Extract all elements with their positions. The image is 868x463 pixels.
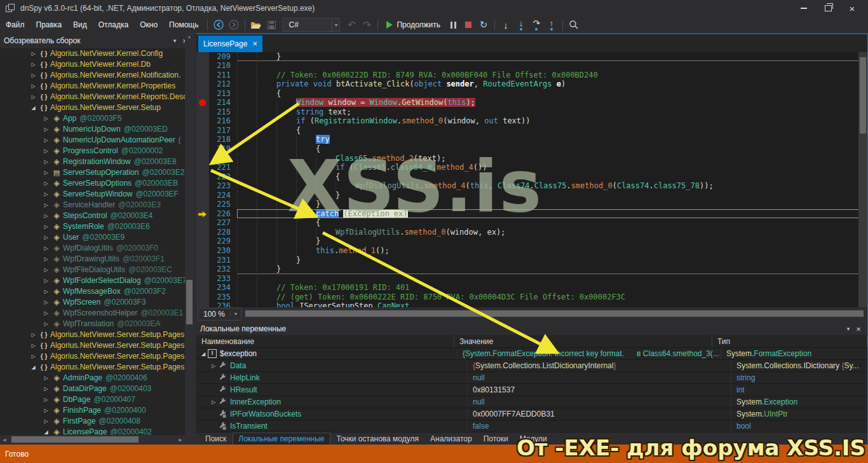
breakpoint-margin[interactable] [196, 79, 209, 89]
code-line[interactable]: 218try [196, 135, 867, 144]
tree-item[interactable]: ▷◈DbPage@02000407 [0, 394, 194, 405]
save-icon[interactable] [264, 18, 279, 32]
locals-column-2[interactable]: Тип [712, 335, 867, 347]
undo-icon[interactable]: ↶ [344, 18, 359, 32]
collapsed-icon[interactable]: ▷ [29, 48, 37, 59]
scroll-up-icon[interactable]: ▲ [185, 33, 194, 41]
collapsed-icon[interactable]: ▷ [42, 416, 50, 427]
tab-close-icon[interactable]: × [252, 39, 257, 48]
code-line[interactable]: 233 [196, 274, 867, 284]
tree-item[interactable]: ▷{ }Algorius.NetViewer.Kernel.Config [0, 48, 194, 59]
tree-item[interactable]: ◢{ }Algorius.NetViewer.Server.Setup [0, 102, 194, 113]
code-line[interactable]: 227{ [196, 218, 867, 228]
collapsed-icon[interactable]: ▷ [29, 351, 37, 362]
breakpoint-margin[interactable] [196, 191, 209, 200]
tree-item[interactable]: ▷◈AdminPage@02000406 [0, 373, 194, 384]
show-next-statement-icon[interactable]: ↓ [498, 18, 513, 32]
collapsed-icon[interactable]: ▷ [42, 394, 50, 405]
code-line[interactable]: 213{ [196, 89, 867, 99]
breakpoint-margin[interactable] [196, 228, 209, 237]
tree-item[interactable]: ◢◈LicensePage@02000402 [0, 427, 194, 435]
breakpoint-margin[interactable] [196, 181, 209, 191]
breakpoint-margin[interactable] [196, 265, 209, 274]
editor-vertical-scrollbar[interactable] [858, 52, 867, 308]
collapsed-icon[interactable]: ▷ [42, 124, 50, 135]
sidebar-vertical-scrollbar[interactable]: ▲ ▼ [185, 33, 194, 445]
breakpoint-margin[interactable] [196, 163, 209, 172]
zoom-select[interactable]: 100 % ▼ [198, 308, 241, 321]
breakpoint-margin[interactable] [196, 135, 209, 144]
chevron-down-icon[interactable]: ▼ [170, 38, 180, 44]
collapsed-icon[interactable]: ▷ [42, 405, 50, 416]
restart-icon[interactable]: ↻ [476, 18, 491, 32]
collapsed-icon[interactable]: ▷ [42, 319, 50, 329]
collapsed-icon[interactable]: ▷ [42, 200, 50, 211]
breakpoint-margin[interactable] [196, 274, 209, 284]
tree-item[interactable]: ▷{ }Algorius.NetViewer.Server.Setup.Page… [0, 340, 194, 351]
collapsed-icon[interactable]: ▷ [42, 384, 50, 394]
breakpoint-margin[interactable] [196, 144, 209, 154]
continue-button[interactable]: Продолжить [381, 20, 445, 29]
stop-icon[interactable] [461, 18, 476, 32]
collapsed-icon[interactable]: ▷ [42, 167, 50, 178]
bottom-tab-3[interactable]: Анализатор [425, 433, 477, 445]
tree-item[interactable]: ▷{ }Algorius.NetViewer.Kernel.Properties [0, 81, 194, 92]
code-line[interactable]: 216if (RegistrationWindow.smethod_0(wind… [196, 116, 867, 126]
breakpoint-margin[interactable] [196, 89, 209, 99]
breakpoint-margin[interactable] [196, 209, 209, 219]
tree-item[interactable]: ▷◈WpfTranslation@020003EA [0, 319, 194, 329]
menu-4[interactable]: Окно [134, 18, 163, 32]
close-panel-icon[interactable]: × [853, 324, 864, 334]
navigate-forward-icon[interactable] [226, 18, 241, 32]
open-file-icon[interactable] [248, 18, 264, 32]
step-into-icon[interactable]: ↓ [513, 18, 529, 32]
menu-1[interactable]: Правка [31, 18, 68, 32]
collapsed-icon[interactable]: ▷ [42, 275, 50, 286]
collapsed-icon[interactable]: ▷ [42, 286, 50, 297]
tree-item[interactable]: ▷{ }Algorius.NetViewer.Server.Setup.Page… [0, 329, 194, 340]
code-line[interactable]: 236bool IServerSetupStep.CanNext [196, 301, 867, 307]
tree-item[interactable]: ▷◈WpfFileDialogUtils@020003EC [0, 265, 194, 275]
tree-item[interactable]: ▷{ }Algorius.NetViewer.Kernel.Reports.De… [0, 92, 194, 102]
bottom-tab-1[interactable]: Локальные переменные [233, 432, 330, 445]
collapsed-icon[interactable]: ▷ [42, 211, 50, 221]
collapsed-icon[interactable]: ▷ [209, 399, 218, 405]
navigate-back-icon[interactable] [211, 18, 226, 32]
code-line[interactable]: 231} [196, 256, 867, 265]
tree-item[interactable]: ▷◈FirstPage@02000408 [0, 416, 194, 427]
tree-item[interactable]: ▷◈StepsControl@020003E4 [0, 211, 194, 221]
breakpoint-margin[interactable] [196, 126, 209, 135]
breakpoint-icon[interactable] [199, 99, 206, 106]
code-line[interactable]: 223WpfDialogUtils.smethod_4(this, Class7… [196, 181, 867, 191]
expanded-icon[interactable]: ◢ [42, 427, 50, 435]
collapsed-icon[interactable]: ▷ [42, 232, 50, 243]
search-icon[interactable] [566, 18, 581, 32]
tree-item[interactable]: ▷◈WpfScreenshotHelper@020003E1 [0, 308, 194, 319]
locals-row[interactable]: ◢!$exception{System.FormatException: Inc… [196, 348, 867, 360]
collapsed-icon[interactable]: ▷ [42, 243, 50, 254]
tree-item[interactable]: ▷◈RegistrationWindow@020003E8 [0, 156, 194, 167]
collapsed-icon[interactable]: ▷ [42, 178, 50, 189]
breakpoint-margin[interactable] [196, 71, 209, 80]
collapsed-icon[interactable]: ▷ [42, 254, 50, 265]
editor-horizontal-scrollbar[interactable] [243, 309, 866, 319]
tree-item[interactable]: ▷◈DataDirPage@02000403 [0, 384, 194, 394]
code-line[interactable]: 211// Token: 0x0600222D RID: 8749 RVA: 0… [196, 71, 867, 80]
tree-item[interactable]: ▷◈ProgressControl@02000002 [0, 146, 194, 156]
locals-row[interactable]: HelpLinknullstring [196, 372, 867, 384]
breakpoint-margin[interactable] [196, 218, 209, 228]
code-line[interactable]: 229} [196, 237, 867, 246]
locals-row[interactable]: ▷Data{System.Collections.ListDictionaryI… [196, 360, 867, 372]
tree-item[interactable]: ▷◈SystemRole@020003E6 [0, 221, 194, 232]
sidebar-horizontal-scrollbar[interactable]: ◀ ▶ [0, 435, 194, 445]
tree-item[interactable]: ▷◈User@020003E9 [0, 232, 194, 243]
collapsed-icon[interactable]: ▷ [42, 221, 50, 232]
bottom-tab-5[interactable]: Модули [515, 433, 552, 445]
locals-row[interactable]: IsTransientfalsebool [196, 420, 867, 432]
collapsed-icon[interactable]: ▷ [42, 265, 50, 275]
tree-item[interactable]: ◢{ }Algorius.NetViewer.Server.Setup.Page… [0, 362, 194, 373]
tree-item[interactable]: ▷◈WpfScreen@020003F3 [0, 297, 194, 308]
menu-5[interactable]: Помощь [163, 18, 204, 32]
code-line[interactable]: 210 [196, 61, 867, 71]
step-out-icon[interactable]: ↑ [544, 18, 559, 32]
